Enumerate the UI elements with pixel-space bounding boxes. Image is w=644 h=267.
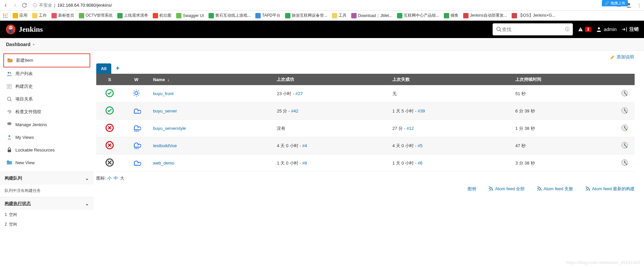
svg-point-6 (7, 15, 8, 16)
bookmark-item[interactable]: 应用 (13, 13, 27, 18)
forward-button[interactable] (12, 2, 18, 8)
build-link[interactable]: #12 (407, 126, 414, 131)
build-link[interactable]: #8 (302, 161, 307, 166)
build-exec-header[interactable]: 构建执行状态 ⌄ (0, 197, 94, 210)
job-name-link[interactable]: buyu_front (153, 91, 173, 96)
jenkins-logo[interactable]: Jenkins (5, 24, 43, 35)
build-link[interactable]: #4 (302, 143, 307, 148)
duration-cell: 1 分 38 秒 (512, 120, 615, 137)
logout-label: 注销 (629, 26, 639, 32)
bookmark-label: 黄石互动线上游戏... (215, 13, 251, 18)
sidebar: 新建Item用户列表构建历史项目关系检查文件指纹Manage JenkinsMy… (0, 51, 94, 229)
bookmark-item[interactable]: 新标签页 (51, 13, 74, 18)
col-name[interactable]: Name ↓ (150, 74, 273, 85)
new-view-icon (6, 159, 13, 166)
col-last-failure[interactable]: 上次失败 (389, 74, 512, 85)
reload-button[interactable] (21, 2, 27, 8)
icon-size-medium[interactable]: 中 (114, 176, 118, 181)
col-last-success[interactable]: 上次成功 (273, 74, 389, 85)
extension-badge[interactable]: 🔗 拖拽上传 (602, 0, 628, 6)
help-icon[interactable]: ⓘ (565, 26, 569, 32)
job-name-link[interactable]: testbuildVue (153, 143, 177, 148)
sidebar-task-people[interactable]: 用户列表 (3, 67, 90, 80)
legend-link[interactable]: 图例 (468, 186, 476, 192)
breadcrumb: Dashboard ▸ (0, 38, 644, 51)
feed-all-link[interactable]: Atom feed 全部 (488, 186, 525, 192)
link-icon: 🔗 (605, 1, 609, 5)
bookmark-item[interactable]: Jenkins自动部署发... (463, 13, 507, 18)
sidebar-task-fingerprint[interactable]: 检查文件指纹 (3, 105, 90, 118)
sidebar-task-lock[interactable]: Lockable Resources (3, 144, 90, 156)
schedule-build-icon[interactable] (621, 142, 628, 149)
svg-rect-25 (8, 150, 11, 152)
bookmark-item[interactable]: 互联网中心产品组... (397, 13, 439, 18)
tab-all[interactable]: All (96, 63, 111, 74)
task-label: New View (15, 160, 35, 165)
build-link[interactable]: #6 (418, 161, 422, 166)
bookmark-item[interactable]: Download :: JMet... (351, 13, 392, 18)
sidebar-task-new-item[interactable]: 新建Item (3, 53, 90, 67)
user-icon (596, 26, 602, 32)
icon-size-large[interactable]: 大 (120, 176, 124, 181)
build-link[interactable]: #27 (295, 91, 303, 96)
build-link[interactable]: #42 (291, 108, 298, 113)
job-name-link[interactable]: buyu_serverstyle (153, 126, 186, 131)
bookmark-label: 旅游互联网设备管... (292, 13, 327, 18)
bookmark-item[interactable]: Swagger UI (176, 13, 204, 18)
svg-point-8 (5, 17, 6, 18)
build-link[interactable]: #39 (418, 108, 425, 113)
menu-icon[interactable]: ⋮ (637, 3, 641, 8)
task-label: 构建历史 (15, 83, 33, 89)
bookmark-item[interactable]: 机位图 (153, 13, 171, 18)
search-input[interactable] (502, 27, 565, 32)
bookmark-item[interactable]: 捕鱼 (444, 13, 459, 18)
logout-link[interactable]: 注销 (621, 26, 639, 32)
bookmark-item[interactable]: 【iOS】Jenkins+G... (512, 13, 555, 18)
feed-fail-link[interactable]: Atom feed 失败 (537, 186, 573, 192)
sidebar-task-new-view[interactable]: New View (3, 156, 90, 169)
col-status[interactable]: S (96, 74, 123, 85)
bookmark-label: Download :: JMet... (358, 13, 392, 18)
bookmark-item[interactable]: 黄石互动线上游戏... (209, 13, 251, 18)
sidebar-task-history[interactable]: 构建历史 (3, 80, 90, 93)
col-last-duration[interactable]: 上次持续时间 (512, 74, 615, 85)
bookmark-item[interactable]: 工具 (332, 13, 347, 18)
job-row: testbuildVue 4 天 0 小时 - #4 4 天 0 小时 - #5… (96, 137, 635, 155)
sidebar-task-views[interactable]: My Views (3, 131, 90, 144)
bookmark-icon (32, 13, 37, 18)
icon-size-small[interactable]: 小 (107, 176, 112, 181)
add-tab-button[interactable]: + (113, 63, 123, 74)
job-row: buyu_front 23 小时 - #27 无 51 秒 (96, 85, 635, 102)
build-queue-header[interactable]: 构建队列 ⌄ (0, 172, 94, 185)
job-name-link[interactable]: buyu_server (153, 108, 177, 113)
address-bar[interactable]: ⓘ 不安全 | 192.168.64.70:8080/jenkins/ (33, 2, 112, 8)
main-content: 添加说明 All + S W Name ↓ 上次成功 上次失败 上次持续时间 b… (94, 51, 644, 229)
bookmark-item[interactable]: 工作 (32, 13, 47, 18)
sidebar-task-relation[interactable]: 项目关系 (3, 93, 90, 105)
bookmark-item[interactable]: 上线需求清单 (117, 13, 148, 18)
search-box[interactable]: ⓘ (493, 23, 573, 35)
alert-badge[interactable]: 3 (577, 26, 591, 32)
feed-latest-link[interactable]: Atom feed 最新的构建 (585, 186, 635, 192)
duration-cell: 51 秒 (512, 85, 615, 102)
col-weather[interactable]: W (123, 74, 150, 85)
last-success-cell: 23 小时 - #27 (273, 85, 389, 102)
col-build (615, 74, 635, 85)
user-link[interactable]: admin (596, 26, 617, 32)
sidebar-task-gear[interactable]: Manage Jenkins (3, 118, 90, 131)
breadcrumb-dashboard[interactable]: Dashboard (6, 42, 30, 47)
bookmark-icon (255, 13, 261, 18)
schedule-build-icon[interactable] (621, 89, 628, 97)
add-description-link[interactable]: 添加说明 (610, 54, 634, 60)
svg-point-0 (628, 3, 630, 5)
bookmark-item[interactable]: OCTV管理系统 (79, 13, 113, 18)
schedule-build-icon[interactable] (621, 159, 628, 166)
schedule-build-icon[interactable] (621, 107, 628, 114)
job-name-link[interactable]: web_demo (153, 161, 174, 166)
apps-icon[interactable] (3, 13, 8, 18)
bookmark-item[interactable]: 旅游互联网设备管... (285, 13, 327, 18)
schedule-build-icon[interactable] (621, 124, 628, 131)
bookmark-item[interactable]: TAPD平台 (255, 13, 280, 18)
back-button[interactable] (3, 2, 9, 8)
build-link[interactable]: #5 (418, 143, 422, 148)
